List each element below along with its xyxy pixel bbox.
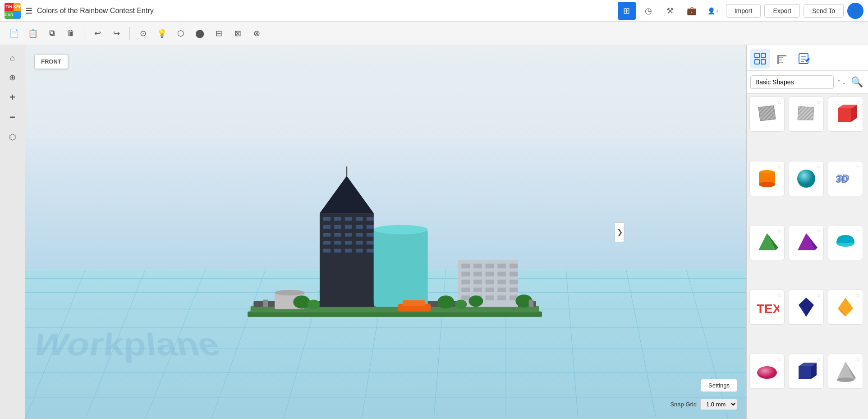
shape-item-text[interactable]: ☆ TEXT (749, 290, 785, 325)
light-tool[interactable]: 💡 (153, 25, 170, 42)
shape-item-box-dark[interactable]: ☆ (789, 354, 824, 389)
toolbar: 📄 📋 ⧉ 🗑 ↩ ↪ ⊙ 💡 ⬡ ⬤ ⊟ ⊠ ⊗ (0, 22, 868, 45)
shapes-search-button[interactable]: 🔍 (849, 74, 864, 90)
zoom-out-button[interactable]: − (5, 109, 21, 125)
svg-rect-69 (510, 280, 518, 284)
shape-item-striped-left[interactable]: ☆ (749, 97, 785, 132)
shape-icon-cone (833, 359, 858, 383)
tools-button[interactable]: ⚒ (661, 2, 679, 20)
delete-tool[interactable]: 🗑 (62, 25, 79, 42)
snap-grid-label: Snap Grid (670, 401, 697, 408)
svg-rect-56 (473, 264, 482, 268)
svg-text:TEXT: TEXT (757, 302, 779, 316)
shape-item-halfcylinder[interactable]: ☆ (828, 225, 863, 260)
favorite-star[interactable]: ☆ (816, 292, 822, 299)
avatar[interactable]: 👤 (847, 3, 863, 19)
mirror-tool[interactable]: ⊠ (229, 25, 246, 42)
notes-panel-tab[interactable] (794, 49, 813, 69)
svg-rect-63 (497, 272, 506, 276)
shape-item-pyramid-green[interactable]: ☆ (749, 225, 785, 260)
svg-rect-30 (323, 225, 331, 229)
toolbar-separator-1 (84, 27, 84, 40)
shape-icon-sphere (794, 166, 818, 191)
svg-rect-71 (473, 288, 482, 292)
svg-rect-37 (345, 233, 352, 237)
align-tool[interactable]: ⊟ (210, 25, 227, 42)
right-panel: Basic Shapes Featured Shapes Text & Numb… (746, 45, 868, 419)
svg-rect-65 (461, 280, 470, 284)
send-to-button[interactable]: Send To (804, 4, 844, 18)
favorite-star[interactable]: ☆ (855, 292, 861, 299)
grid-tab-icon (754, 52, 767, 65)
menu-icon[interactable]: ☰ (25, 6, 32, 16)
camera-tool[interactable]: ⊙ (134, 25, 152, 42)
viewport[interactable]: FRONT (25, 45, 746, 419)
settings-button[interactable]: Settings (701, 379, 737, 392)
timer-button[interactable]: ◷ (639, 2, 657, 20)
shape-item-striped-right[interactable]: ☆ (789, 97, 824, 132)
shape-item-gem-blue[interactable]: ☆ (789, 290, 824, 325)
favorite-star[interactable]: ☆ (777, 163, 782, 170)
cube-view-button[interactable]: ⬡ (5, 129, 21, 145)
shape-icon-gem-blue (794, 295, 818, 319)
svg-rect-75 (461, 295, 470, 300)
shapes-grid: ☆ ☆ (747, 94, 868, 419)
group-tool[interactable]: ⊗ (248, 25, 265, 42)
shape-icon-ellipsoid (755, 359, 779, 383)
circle-tool[interactable]: ⬤ (191, 25, 208, 42)
favorite-star[interactable]: ☆ (816, 163, 822, 170)
shape-item-ellipsoid[interactable]: ☆ (749, 354, 785, 389)
snap-grid-select[interactable]: 1.0 mm 0.5 mm 2.0 mm (700, 399, 737, 410)
zoom-in-button[interactable]: + (5, 89, 21, 106)
briefcase-button[interactable]: 💼 (683, 2, 701, 20)
fit-view-button[interactable]: ⊕ (5, 69, 21, 86)
svg-rect-33 (356, 225, 363, 229)
shape-icon-striped-left (755, 102, 779, 126)
grid-panel-tab[interactable] (750, 49, 770, 69)
svg-rect-40 (323, 241, 331, 244)
shape-item-pyramid-purple[interactable]: ☆ (789, 225, 824, 260)
redo-tool[interactable]: ↪ (108, 25, 125, 42)
favorite-star[interactable]: ☆ (777, 356, 782, 363)
panel-toggle-button[interactable]: ❯ (615, 222, 625, 242)
project-title[interactable]: Colors of the Rainbow Contest Entry (37, 7, 613, 15)
shape-item-red-box[interactable]: ☆ (828, 97, 863, 132)
favorite-star[interactable]: ☆ (816, 99, 822, 106)
favorite-star[interactable]: ☆ (855, 227, 861, 234)
favorite-star[interactable]: ☆ (816, 227, 822, 234)
shapes-category-dropdown[interactable]: Basic Shapes Featured Shapes Text & Numb… (750, 75, 834, 89)
tinkercad-logo[interactable]: TIN KER CAD (5, 3, 21, 19)
favorite-star[interactable]: ☆ (855, 163, 861, 170)
paste-tool[interactable]: 📋 (24, 25, 41, 42)
ruler-panel-tab[interactable] (772, 49, 792, 69)
svg-rect-60 (461, 272, 470, 276)
shape-item-cone[interactable]: ☆ (828, 354, 863, 389)
home-view-button[interactable]: ⌂ (5, 50, 21, 66)
add-user-button[interactable]: 👤+ (704, 2, 722, 20)
svg-point-133 (757, 366, 777, 379)
svg-rect-72 (486, 288, 494, 292)
svg-rect-83 (403, 300, 426, 306)
shape-item-sphere[interactable]: ☆ (789, 161, 824, 196)
duplicate-tool[interactable]: ⧉ (43, 25, 60, 42)
svg-rect-36 (334, 233, 341, 237)
svg-rect-41 (334, 241, 341, 244)
favorite-star[interactable]: ☆ (777, 99, 782, 106)
svg-rect-46 (334, 249, 341, 253)
left-sidebar: ⌂ ⊕ + − ⬡ (0, 45, 25, 419)
svg-rect-95 (761, 60, 766, 64)
shape-item-text3d[interactable]: ☆ 3D 3D (828, 161, 863, 196)
shape-outline-tool[interactable]: ⬡ (172, 25, 189, 42)
favorite-star[interactable]: ☆ (777, 227, 782, 234)
grid-view-button[interactable]: ⊞ (618, 2, 636, 20)
shape-item-cylinder[interactable]: ☆ (749, 161, 785, 196)
favorite-star[interactable]: ☆ (855, 99, 861, 106)
new-file-tool[interactable]: 📄 (5, 25, 23, 42)
shape-item-gem-yellow[interactable]: ☆ (828, 290, 863, 325)
export-button[interactable]: Export (764, 4, 799, 18)
favorite-star[interactable]: ☆ (777, 292, 782, 299)
undo-tool[interactable]: ↩ (89, 25, 106, 42)
import-button[interactable]: Import (726, 4, 761, 18)
favorite-star[interactable]: ☆ (816, 356, 822, 363)
favorite-star[interactable]: ☆ (855, 356, 861, 363)
